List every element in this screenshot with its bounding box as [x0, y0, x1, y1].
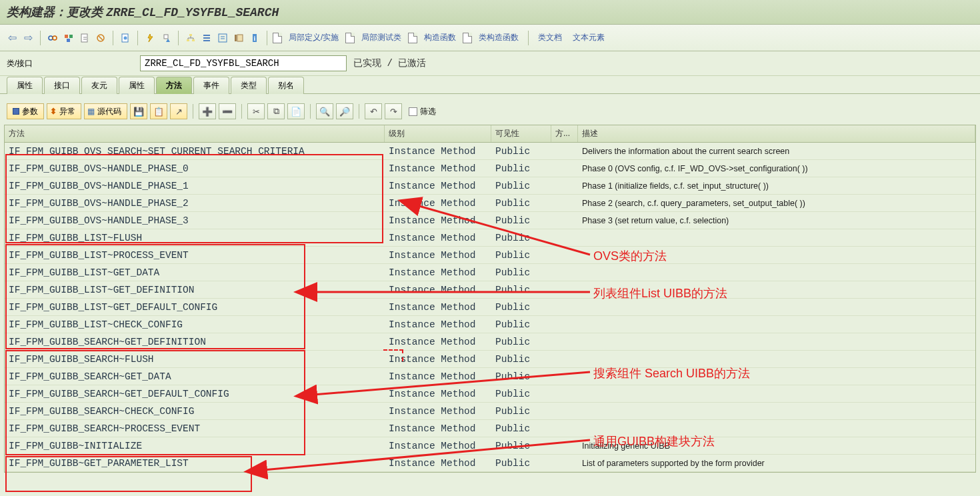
- svg-line-18: [417, 205, 590, 255]
- annotation-arrows: [0, 0, 980, 477]
- svg-line-21: [263, 440, 590, 470]
- svg-line-20: [313, 372, 590, 395]
- tab-4[interactable]: 方法: [156, 77, 192, 94]
